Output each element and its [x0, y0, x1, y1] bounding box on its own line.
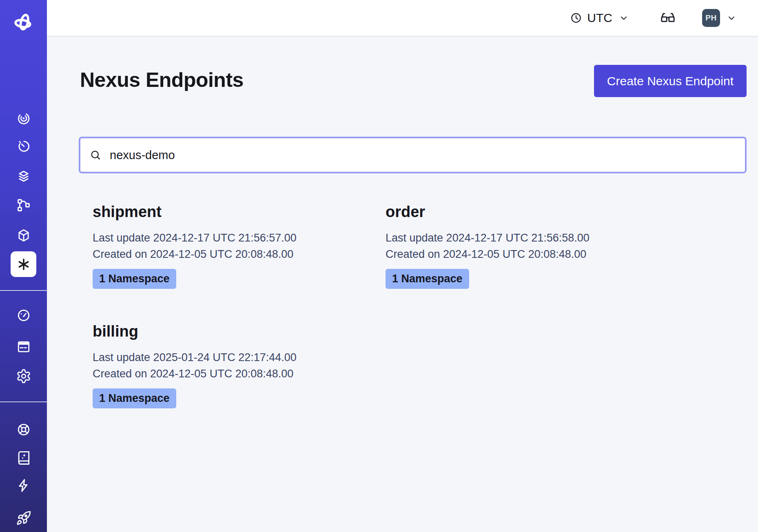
endpoint-created-on: Created on 2024-12-05 UTC 20:08:48.00: [93, 366, 378, 382]
endpoint-last-update: Last update 2025-01-24 UTC 22:17:44.00: [93, 349, 378, 366]
sidebar: [0, 0, 47, 532]
search-input[interactable]: [109, 148, 736, 162]
endpoint-card: shipment Last update 2024-12-17 UTC 21:5…: [93, 203, 378, 289]
create-nexus-endpoint-button[interactable]: Create Nexus Endpoint: [594, 65, 747, 97]
timer-icon[interactable]: [15, 137, 33, 155]
archive-card-icon[interactable]: [15, 338, 33, 356]
clock-icon: [570, 12, 582, 24]
main-content: Nexus Endpoints Create Nexus Endpoint sh…: [47, 37, 758, 532]
chevron-down-icon[interactable]: [727, 13, 736, 23]
temporal-logo[interactable]: [12, 11, 35, 34]
avatar[interactable]: PH: [702, 9, 720, 27]
namespace-badge: 1 Namespace: [93, 388, 176, 408]
sidebar-divider: [0, 401, 47, 402]
search-bar: [79, 137, 747, 173]
cube-icon[interactable]: [15, 226, 33, 244]
lightning-icon[interactable]: [15, 477, 33, 494]
endpoint-last-update: Last update 2024-12-17 UTC 21:56:58.00: [386, 230, 671, 246]
endpoint-card: order Last update 2024-12-17 UTC 21:56:5…: [386, 203, 671, 289]
endpoint-card: billing Last update 2025-01-24 UTC 22:17…: [93, 323, 378, 408]
book-sparkles-icon[interactable]: [15, 449, 33, 467]
page-title: Nexus Endpoints: [80, 69, 244, 91]
endpoint-created-on: Created on 2024-12-05 UTC 20:08:48.00: [93, 246, 378, 262]
endpoint-name-link[interactable]: billing: [93, 323, 378, 340]
workflow-graph-icon[interactable]: [15, 196, 33, 214]
topbar: UTC PH: [47, 0, 758, 37]
namespace-badge: 1 Namespace: [386, 269, 469, 289]
search-icon: [89, 149, 102, 161]
timezone-selector[interactable]: UTC: [570, 11, 629, 25]
gear-icon[interactable]: [15, 367, 33, 385]
namespace-badge: 1 Namespace: [93, 269, 176, 289]
endpoint-name-link[interactable]: order: [386, 203, 671, 221]
endpoint-last-update: Last update 2024-12-17 UTC 21:56:57.00: [93, 230, 378, 246]
timezone-label: UTC: [587, 11, 612, 25]
radar-icon[interactable]: [15, 109, 33, 127]
chevron-down-icon: [619, 13, 629, 23]
layers-icon[interactable]: [15, 167, 33, 185]
endpoint-name-link[interactable]: shipment: [93, 203, 378, 221]
rocket-icon[interactable]: [15, 509, 33, 527]
sidebar-divider: [0, 290, 47, 291]
nexus-asterisk-icon[interactable]: [11, 251, 36, 277]
glasses-icon[interactable]: [660, 10, 676, 26]
lifebuoy-icon[interactable]: [15, 421, 33, 439]
endpoint-created-on: Created on 2024-12-05 UTC 20:08:48.00: [386, 246, 671, 262]
gauge-icon[interactable]: [15, 306, 33, 324]
